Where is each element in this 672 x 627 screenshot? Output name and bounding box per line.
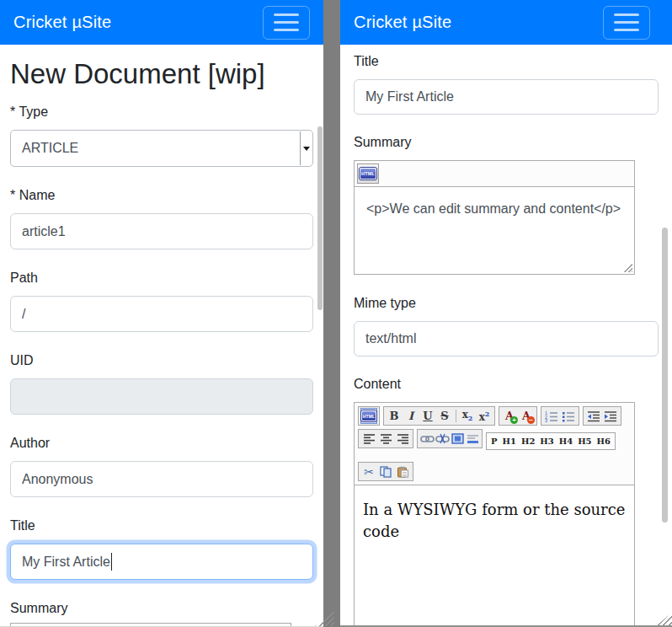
italic-icon: I xyxy=(408,410,413,422)
insert-group xyxy=(417,429,483,448)
align-right-button[interactable] xyxy=(394,431,411,447)
mime-type-label: Mime type xyxy=(354,295,659,311)
content-edit-area[interactable]: In a WYSIWYG form or the source code xyxy=(354,485,635,627)
type-select[interactable]: ARTICLE xyxy=(10,130,313,167)
indent-icon xyxy=(604,410,617,422)
toolbar-row-3: ✂ xyxy=(355,460,633,483)
title-input[interactable] xyxy=(354,79,659,115)
mime-type-input[interactable] xyxy=(354,321,659,356)
superscript-icon: x2 xyxy=(479,410,490,423)
toolbar-row-2: P H1 H2 H3 H4 H5 H6 xyxy=(355,427,633,452)
align-left-icon xyxy=(363,433,376,444)
summary-source-text: <p>We can edit summary and content</p> xyxy=(355,187,634,230)
align-group xyxy=(358,429,413,448)
outdent-button[interactable] xyxy=(585,408,602,424)
italic-button[interactable]: I xyxy=(403,408,419,424)
title-label: Title xyxy=(354,53,659,69)
path-label: Path xyxy=(10,270,313,286)
link-icon xyxy=(420,434,435,444)
align-center-icon xyxy=(380,433,392,444)
subscript-icon: x2 xyxy=(462,409,473,422)
select-arrow-icon xyxy=(300,131,312,165)
html-source-icon: HTML xyxy=(361,410,376,421)
resize-grip-icon[interactable] xyxy=(623,263,632,272)
ordered-list-button[interactable]: 1 2 3 xyxy=(543,408,560,424)
hamburger-icon xyxy=(614,13,639,16)
title-input[interactable]: My First Article xyxy=(10,544,313,580)
align-center-button[interactable] xyxy=(377,431,394,447)
indent-button[interactable] xyxy=(602,408,619,424)
underline-button[interactable]: U xyxy=(419,408,436,424)
summary-source-textarea[interactable]: <p>We can edit summary and content</p> xyxy=(354,187,635,275)
h2-button[interactable]: H2 xyxy=(519,434,537,448)
author-input[interactable] xyxy=(10,461,313,497)
unordered-list-icon xyxy=(562,410,575,422)
insert-image-button[interactable] xyxy=(450,431,465,447)
h5-button[interactable]: H5 xyxy=(575,434,594,448)
html-source-icon: HTML xyxy=(360,168,376,180)
font-color-button[interactable]: A+ xyxy=(501,408,518,424)
paste-icon xyxy=(397,466,409,478)
type-select-value: ARTICLE xyxy=(22,141,78,156)
cut-button[interactable]: ✂ xyxy=(360,464,377,480)
workspace: Cricket µSite New Document [wip] * Type … xyxy=(0,0,672,627)
title-input-value: My First Article xyxy=(22,555,110,570)
content-label: Content xyxy=(354,376,659,392)
type-label: * Type xyxy=(10,104,313,120)
summary-label: Summary xyxy=(354,134,659,150)
heading-format-group: P H1 H2 H3 H4 H5 H6 xyxy=(486,432,616,450)
paragraph-button[interactable]: P xyxy=(488,434,500,448)
h3-button[interactable]: H3 xyxy=(537,434,556,448)
unlink-button[interactable] xyxy=(435,431,450,447)
link-button[interactable] xyxy=(419,431,435,447)
subscript-button[interactable]: x2 xyxy=(459,408,476,424)
highlight-color-button[interactable]: A− xyxy=(518,408,535,424)
clipboard-group: ✂ xyxy=(358,462,413,481)
html-source-button[interactable]: HTML xyxy=(357,163,379,184)
superscript-button[interactable]: x2 xyxy=(476,408,493,424)
copy-icon xyxy=(380,466,392,478)
unordered-list-button[interactable] xyxy=(560,408,577,424)
ordered-list-icon: 1 2 3 xyxy=(545,410,558,422)
hamburger-icon xyxy=(274,13,299,16)
title-label: Title xyxy=(10,517,313,533)
right-scrollbar-thumb[interactable] xyxy=(662,228,668,522)
right-navbar: Cricket µSite xyxy=(340,0,672,45)
h1-button[interactable]: H1 xyxy=(500,434,519,448)
strikethrough-button[interactable]: S xyxy=(436,408,453,424)
name-label: * Name xyxy=(10,187,313,203)
html-source-button[interactable]: HTML xyxy=(360,408,377,424)
h4-button[interactable]: H4 xyxy=(557,434,575,448)
left-frame: Cricket µSite New Document [wip] * Type … xyxy=(0,0,323,627)
horizontal-rule-button[interactable] xyxy=(465,431,480,447)
align-left-button[interactable] xyxy=(360,431,377,447)
list-group: 1 2 3 xyxy=(541,406,579,426)
h6-button[interactable]: H6 xyxy=(595,434,613,448)
toolbar-separator xyxy=(456,410,456,422)
name-input[interactable] xyxy=(10,213,313,249)
frame-divider xyxy=(323,0,340,627)
outdent-icon xyxy=(587,410,600,422)
image-icon xyxy=(451,433,464,444)
uid-label: UID xyxy=(10,352,313,368)
source-group: HTML xyxy=(358,406,380,426)
copy-button[interactable] xyxy=(377,464,394,480)
font-color-icon: A+ xyxy=(505,410,514,422)
bold-icon: B xyxy=(390,410,399,422)
unlink-icon xyxy=(435,433,450,444)
path-input[interactable] xyxy=(10,296,313,332)
summary-editor-toolbar: HTML xyxy=(354,160,635,187)
brand-title: Cricket µSite xyxy=(13,13,111,32)
navbar-toggler-button[interactable] xyxy=(263,6,310,40)
paste-button[interactable] xyxy=(394,464,411,480)
cut-icon: ✂ xyxy=(364,465,374,479)
align-right-icon xyxy=(397,433,409,444)
navbar-toggler-button[interactable] xyxy=(603,6,650,40)
right-frame: Cricket µSite Title Summary HTML xyxy=(340,0,672,627)
bold-button[interactable]: B xyxy=(386,408,403,424)
content-editor-toolbar: HTML B I U S x2 xyxy=(354,402,635,485)
left-scrollbar-thumb[interactable] xyxy=(317,126,323,310)
color-group: A+ A− xyxy=(499,406,537,426)
text-style-group: B I U S x2 x2 xyxy=(383,406,495,426)
text-cursor xyxy=(111,553,113,571)
